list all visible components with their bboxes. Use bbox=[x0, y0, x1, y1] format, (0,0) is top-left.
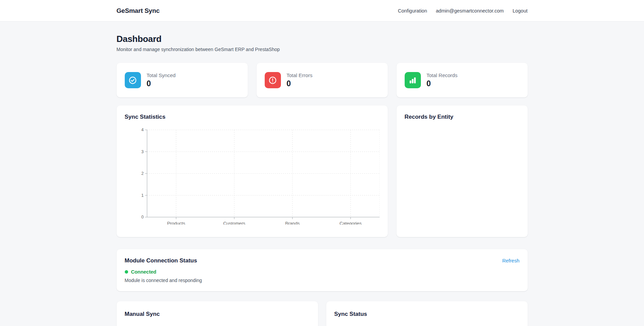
navbar-links: Configuration admin@gesmartconnector.com… bbox=[398, 8, 528, 14]
svg-text:Brands: Brands bbox=[285, 221, 300, 225]
svg-text:2: 2 bbox=[141, 171, 144, 176]
stats-row: Total Synced 0 Total Errors 0 bbox=[117, 63, 528, 97]
manual-sync-title: Manual Sync bbox=[125, 311, 310, 318]
alert-circle-icon bbox=[265, 72, 281, 88]
page-title: Dashboard bbox=[117, 34, 528, 44]
manual-sync-card: Manual Sync bbox=[117, 301, 318, 326]
stat-value: 0 bbox=[287, 79, 313, 88]
svg-text:Products: Products bbox=[167, 221, 185, 225]
dashboard-main: Dashboard Monitor and manage synchroniza… bbox=[117, 22, 528, 326]
svg-text:Categories: Categories bbox=[339, 221, 362, 225]
sync-status-card: Sync Status bbox=[326, 301, 528, 326]
svg-text:3: 3 bbox=[141, 149, 144, 154]
svg-text:Customers: Customers bbox=[223, 221, 245, 225]
sync-statistics-card: Sync Statistics 01234ProductsCustomersBr… bbox=[117, 106, 388, 237]
records-by-entity-title: Records by Entity bbox=[405, 114, 520, 120]
sync-statistics-chart: 01234ProductsCustomersBrandsCategories bbox=[125, 123, 380, 225]
svg-text:4: 4 bbox=[141, 127, 144, 132]
bar-chart-icon bbox=[405, 72, 421, 88]
page-subtitle: Monitor and manage synchronization betwe… bbox=[117, 47, 528, 52]
configuration-link[interactable]: Configuration bbox=[398, 8, 427, 14]
stat-label: Total Synced bbox=[147, 72, 176, 78]
sync-status-title: Sync Status bbox=[334, 311, 520, 318]
app-brand: GeSmart Sync bbox=[117, 7, 160, 15]
records-by-entity-card: Records by Entity bbox=[397, 106, 528, 237]
module-connection-status-card: Module Connection Status Refresh Connect… bbox=[117, 249, 528, 291]
stat-card-total-errors: Total Errors 0 bbox=[257, 63, 388, 97]
charts-row: Sync Statistics 01234ProductsCustomersBr… bbox=[117, 106, 528, 237]
sync-statistics-title: Sync Statistics bbox=[125, 114, 380, 120]
svg-text:0: 0 bbox=[141, 215, 144, 219]
logout-link[interactable]: Logout bbox=[512, 8, 527, 14]
stat-card-total-records: Total Records 0 bbox=[397, 63, 528, 97]
stat-value: 0 bbox=[427, 79, 458, 88]
refresh-link[interactable]: Refresh bbox=[502, 258, 520, 263]
user-email: admin@gesmartconnector.com bbox=[436, 8, 504, 14]
stat-label: Total Errors bbox=[287, 72, 313, 78]
stat-card-total-synced: Total Synced 0 bbox=[117, 63, 248, 97]
stat-value: 0 bbox=[147, 79, 176, 88]
top-navbar: GeSmart Sync Configuration admin@gesmart… bbox=[0, 0, 644, 22]
connected-status-dot bbox=[125, 270, 128, 274]
module-status-title: Module Connection Status bbox=[125, 257, 197, 264]
connection-status-description: Module is connected and responding bbox=[125, 278, 520, 283]
check-circle-icon bbox=[125, 72, 141, 88]
svg-text:1: 1 bbox=[141, 193, 144, 198]
bottom-row: Manual Sync Sync Status bbox=[117, 301, 528, 326]
stat-label: Total Records bbox=[427, 72, 458, 78]
connection-status-text: Connected bbox=[131, 269, 157, 275]
